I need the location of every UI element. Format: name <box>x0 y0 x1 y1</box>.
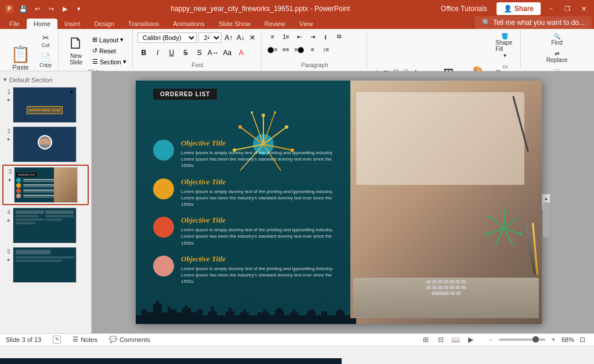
normal-view-button[interactable]: ⊞ <box>420 334 432 345</box>
svg-point-11 <box>285 125 288 129</box>
presentation-button[interactable]: ▶ <box>59 3 71 14</box>
save-button[interactable]: 💾 <box>17 3 29 14</box>
close-button[interactable]: ✕ <box>578 3 589 14</box>
paste-button[interactable]: 📋 Paste <box>6 42 35 73</box>
redo-button[interactable]: ↪ <box>45 3 57 14</box>
find-button[interactable]: 🔍 Find <box>548 31 566 48</box>
line-spacing-button[interactable]: ↕≡ <box>320 44 332 54</box>
layout-button[interactable]: ⊞ Layout ▾ <box>90 35 129 45</box>
section-collapse-icon[interactable]: ▾ <box>3 76 7 83</box>
shadow-button[interactable]: S <box>193 46 206 59</box>
slides-buttons: 🗋 New Slide ⊞ Layout ▾ ↺ Reset ☰ Section… <box>63 31 129 68</box>
align-right-button[interactable]: ≡⬤ <box>293 44 306 54</box>
shape-fill-button[interactable]: 🪣 Shape Fill ▾ <box>492 31 517 60</box>
shape-fill-icon: 🪣 <box>501 33 508 39</box>
tab-review[interactable]: Review <box>258 19 292 29</box>
fit-slide-button[interactable]: ⊡ <box>577 334 588 345</box>
numbering-button[interactable]: 1≡ <box>280 31 292 42</box>
tab-slideshow[interactable]: Slide Show <box>212 19 258 29</box>
zoom-thumb[interactable] <box>533 336 539 343</box>
slide-thumb-2[interactable]: 2 ★ <box>2 125 89 163</box>
cut-button[interactable]: ✂ Cut <box>37 31 55 50</box>
zoom-out-button[interactable]: - <box>485 334 497 345</box>
search-icon: 🔍 <box>482 19 491 27</box>
font-size-select[interactable]: 24 <box>198 32 222 43</box>
section-button[interactable]: ☰ Section ▾ <box>90 57 129 67</box>
scroll-up-button[interactable]: ▲ <box>542 194 550 202</box>
font-family-select[interactable]: Calibri (Body) <box>137 32 197 43</box>
replace-button[interactable]: ⇄ Replace <box>544 49 571 65</box>
reset-button[interactable]: ↺ Reset <box>90 46 129 56</box>
section-icon: ☰ <box>92 58 98 65</box>
zoom-in-button[interactable]: + <box>548 334 559 345</box>
slide-thumb-1[interactable]: 1 ★ HAPPY NEW YEAR ✦ <box>2 86 89 124</box>
slide-thumb-4[interactable]: 4 ★ <box>2 206 89 245</box>
font-format-row: B I U S̶ S A↔ Aa A <box>137 46 258 59</box>
slide-notes-icon[interactable]: ✎ <box>53 336 61 344</box>
slide-thumb-3[interactable]: 3 ★ ORDERED LIST <box>2 165 89 205</box>
align-left-button[interactable]: ⬤≡ <box>266 44 279 54</box>
svg-point-15 <box>251 111 253 114</box>
slide-sorter-button[interactable]: ⊟ <box>435 334 447 345</box>
tab-home[interactable]: Home <box>27 19 57 29</box>
underline-button[interactable]: U <box>165 46 178 59</box>
ribbon-content: 📋 Paste ✂ Cut 📄 Copy 🖌 <box>0 29 594 71</box>
right-scrollbar[interactable]: ▲ ▼ <box>542 194 550 210</box>
slide-thumb-5[interactable]: 5 ★ <box>2 246 89 284</box>
increase-indent-button[interactable]: ⇥ <box>306 31 319 42</box>
tab-view[interactable]: View <box>292 19 320 29</box>
clear-format-button[interactable]: ✕ <box>247 31 257 44</box>
decrease-indent-button[interactable]: ⇤ <box>293 31 306 42</box>
reset-icon: ↺ <box>92 47 97 54</box>
slide-panel[interactable]: ▾ Default Section 1 ★ HAPPY NEW YEAR ✦ 2… <box>0 71 92 333</box>
customize-button[interactable]: ▾ <box>73 3 85 14</box>
decrease-font-button[interactable]: A↓ <box>236 31 245 44</box>
layout-icon: ⊞ <box>92 36 97 43</box>
change-case-button[interactable]: Aa <box>221 46 234 59</box>
tab-animations[interactable]: Animations <box>166 19 211 29</box>
tab-transitions[interactable]: Transitions <box>121 19 166 29</box>
content-items: Objective Title Lorem Ipsum is simply du… <box>153 139 339 293</box>
strikethrough-button[interactable]: S̶ <box>179 46 192 59</box>
comments-button[interactable]: 💬 Comments <box>109 336 150 343</box>
tab-design[interactable]: Design <box>88 19 121 29</box>
bold-button[interactable]: B <box>137 46 150 59</box>
office-tutorials-link[interactable]: Office Tutorials <box>436 2 492 15</box>
bullets-button[interactable]: ≡ <box>266 31 279 42</box>
share-button[interactable]: 👤 Share <box>497 2 541 15</box>
increase-font-button[interactable]: A↑ <box>223 31 233 44</box>
zoom-slider[interactable] <box>499 338 545 341</box>
columns-button[interactable]: ⫿ <box>320 31 332 42</box>
slide-img-3: ORDERED LIST <box>14 167 78 203</box>
tell-me-bar[interactable]: 🔍 Tell me what you want to do... <box>475 16 592 29</box>
smart-art-button[interactable]: ⧉ <box>333 31 346 42</box>
notes-icon: ☰ <box>73 336 78 343</box>
notes-button[interactable]: ☰ Notes <box>73 336 97 343</box>
reading-view-button[interactable]: 📖 <box>450 334 462 345</box>
align-center-button[interactable]: ≡≡ <box>280 44 292 54</box>
slide-canvas[interactable]: ORDERED LIST <box>136 81 542 324</box>
new-slide-button[interactable]: 🗋 New Slide <box>63 31 89 68</box>
justify-button[interactable]: ≡ <box>306 44 319 54</box>
svg-point-24 <box>503 210 505 212</box>
content-item-2: Objective Title Lorem Ipsum is simply du… <box>153 177 339 208</box>
tab-file[interactable]: File <box>2 19 27 29</box>
restore-button[interactable]: ❐ <box>562 3 573 14</box>
copy-button[interactable]: 📄 Copy <box>37 51 55 70</box>
char-spacing-button[interactable]: A↔ <box>207 46 220 59</box>
item-body-1: Lorem Ipsum is simply dummy text of the … <box>181 150 339 169</box>
scroll-thumb-right[interactable] <box>543 202 550 237</box>
item-title-2: Objective Title <box>181 177 339 187</box>
minimize-button[interactable]: − <box>545 3 557 14</box>
slideshow-view-button[interactable]: ▶ <box>465 334 477 345</box>
italic-button[interactable]: I <box>151 46 164 59</box>
font-color-button[interactable]: A <box>235 46 248 59</box>
view-icons: ⊞ ⊟ 📖 ▶ - + 68% ⊡ <box>420 334 588 345</box>
undo-button[interactable]: ↩ <box>31 3 43 14</box>
slide-num-1: 1 <box>3 87 10 97</box>
firework-decoration-2 <box>484 208 524 249</box>
tab-insert[interactable]: Insert <box>57 19 88 29</box>
item-title-prefix-3: O <box>181 216 186 224</box>
share-icon: 👤 <box>504 5 512 13</box>
svg-point-25 <box>520 233 523 235</box>
